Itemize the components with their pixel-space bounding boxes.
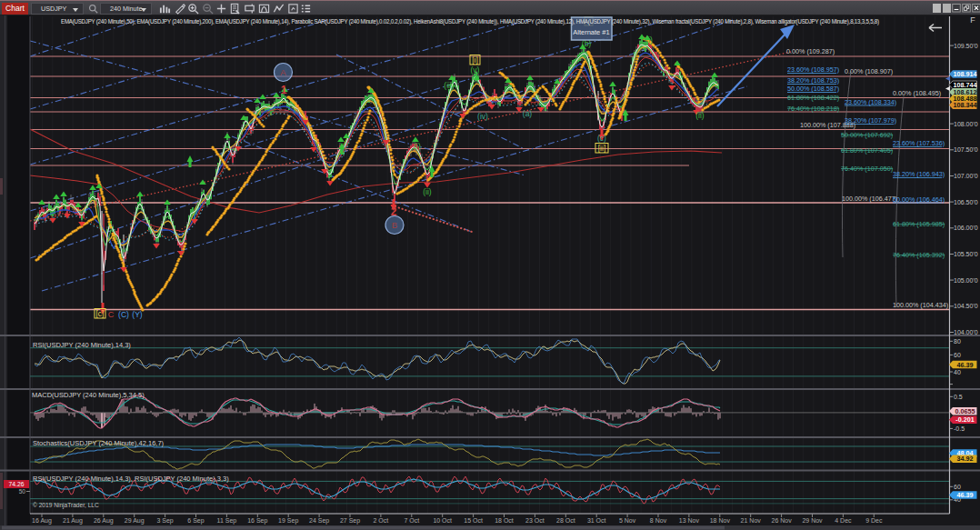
svg-text:80: 80 <box>954 338 961 345</box>
svg-text:2 Oct: 2 Oct <box>374 517 389 524</box>
svg-text:29 Nov: 29 Nov <box>802 517 823 524</box>
svg-text:13 Nov: 13 Nov <box>679 517 700 524</box>
svg-text:6 Sep: 6 Sep <box>187 517 204 525</box>
svg-text:74.26: 74.26 <box>8 481 24 487</box>
svg-text:46.39: 46.39 <box>957 361 974 369</box>
svg-text:23.60% (108.957): 23.60% (108.957) <box>787 65 839 74</box>
svg-text:40: 40 <box>954 369 961 375</box>
svg-text:18 Oct: 18 Oct <box>495 517 514 524</box>
svg-text:104.00'0: 104.00'0 <box>954 329 978 335</box>
svg-text:108.344: 108.344 <box>954 101 977 109</box>
svg-text:100.00% (104.434): 100.00% (104.434) <box>893 301 948 309</box>
svg-text:(v): (v) <box>471 65 480 75</box>
svg-text:106.50'0: 106.50'0 <box>954 199 978 205</box>
svg-text:50.00% (108.587): 50.00% (108.587) <box>787 85 839 93</box>
svg-text:28 Oct: 28 Oct <box>556 517 575 524</box>
svg-text:26 Nov: 26 Nov <box>772 517 793 524</box>
svg-text:61.80% (108.422): 61.80% (108.422) <box>787 94 839 102</box>
svg-text:(i): (i) <box>414 142 421 151</box>
svg-text:MACD(USDJPY (240 Minute),5,34,: MACD(USDJPY (240 Minute),5,34,5) <box>32 391 145 399</box>
svg-text:19 Sep: 19 Sep <box>278 517 298 525</box>
svg-text:108.914: 108.914 <box>954 70 977 78</box>
svg-text:15 Oct: 15 Oct <box>464 517 483 524</box>
svg-text:23.60% (107.536): 23.60% (107.536) <box>893 139 945 147</box>
svg-text:9 Dec: 9 Dec <box>865 517 883 524</box>
svg-text:31 Oct: 31 Oct <box>587 517 606 524</box>
svg-text:50.00% (107.692): 50.00% (107.692) <box>841 131 893 139</box>
svg-text:(a): (a) <box>523 109 533 118</box>
svg-text:0.00% (108.907): 0.00% (108.907) <box>845 67 893 75</box>
svg-text:A: A <box>280 67 286 77</box>
svg-text:24 Sep: 24 Sep <box>309 517 329 525</box>
svg-text:46.39: 46.39 <box>957 491 974 499</box>
svg-text:109.50'0: 109.50'0 <box>954 43 978 49</box>
svg-text:RSI(USDJPY (240 Minute),14,3),: RSI(USDJPY (240 Minute),14,3), RSI(USDJP… <box>33 475 229 483</box>
svg-text:5 Nov: 5 Nov <box>619 517 636 524</box>
svg-text:100.00% (106.477): 100.00% (106.477) <box>842 195 897 203</box>
svg-text:104.50'0: 104.50'0 <box>954 303 978 309</box>
svg-text:0.0655: 0.0655 <box>955 407 975 415</box>
svg-text:F: F <box>970 15 975 25</box>
svg-text:38.20% (107.979): 38.20% (107.979) <box>845 116 896 125</box>
svg-text:B: B <box>392 220 397 230</box>
svg-text:16 Aug: 16 Aug <box>32 517 52 525</box>
svg-text:RSI(USDJPY (240 Minute),14,3): RSI(USDJPY (240 Minute),14,3) <box>33 341 131 349</box>
svg-text:27 Sep: 27 Sep <box>340 517 360 525</box>
svg-text:3 Sep: 3 Sep <box>156 517 173 525</box>
svg-text:50: 50 <box>19 488 26 495</box>
svg-text:108.00'0: 108.00'0 <box>954 121 978 127</box>
svg-text:106.00'0: 106.00'0 <box>954 225 978 231</box>
svg-text:0.5: 0.5 <box>954 394 963 400</box>
svg-text:© 2019 NinjaTrader, LLC: © 2019 NinjaTrader, LLC <box>33 502 99 509</box>
svg-text:(ii): (ii) <box>423 187 432 196</box>
svg-text:4 Dec: 4 Dec <box>835 517 852 524</box>
svg-text:0.00% (109.287): 0.00% (109.287) <box>786 47 835 55</box>
svg-text:23 Oct: 23 Oct <box>525 517 545 524</box>
svg-text:(c): (c) <box>597 134 606 143</box>
svg-text:60: 60 <box>954 352 961 358</box>
svg-text:38.20% (106.943): 38.20% (106.943) <box>893 170 945 178</box>
svg-text:10 Oct: 10 Oct <box>433 517 452 524</box>
svg-text:C: C <box>108 310 115 319</box>
svg-text:76.40% (107.050): 76.40% (107.050) <box>841 165 893 173</box>
svg-text:107.50'0: 107.50'0 <box>954 146 978 153</box>
svg-text:0.00% (108.495): 0.00% (108.495) <box>893 89 941 97</box>
svg-text:76.40% (105.392): 76.40% (105.392) <box>893 251 945 259</box>
svg-text:38.20% (108.753): 38.20% (108.753) <box>787 76 839 85</box>
svg-text:(ii): (ii) <box>695 111 705 120</box>
svg-text:-0.5: -0.5 <box>954 425 965 432</box>
svg-text:105.50'0: 105.50'0 <box>954 251 978 257</box>
svg-text:34.92: 34.92 <box>957 455 974 463</box>
svg-text:Stochastics(USDJPY (240 Minute: Stochastics(USDJPY (240 Minute),42,16,7) <box>33 439 165 447</box>
svg-text:107.00'0: 107.00'0 <box>954 173 978 179</box>
svg-text:29 Aug: 29 Aug <box>125 517 145 525</box>
svg-text:7 Oct: 7 Oct <box>404 517 419 524</box>
svg-text:76.40% (108.218): 76.40% (108.218) <box>787 105 839 113</box>
svg-text:(Y): (Y) <box>132 310 143 319</box>
svg-text:18 Nov: 18 Nov <box>710 517 731 524</box>
svg-text:23.60% (108.334): 23.60% (108.334) <box>845 98 896 106</box>
svg-text:61.80% (105.985): 61.80% (105.985) <box>893 220 945 228</box>
svg-text:11 Sep: 11 Sep <box>217 517 237 525</box>
svg-text:Alternate #1: Alternate #1 <box>573 28 609 36</box>
svg-text:50.00% (106.464): 50.00% (106.464) <box>893 195 945 204</box>
svg-text:1: 1 <box>281 84 287 96</box>
svg-text:(i): (i) <box>645 35 653 45</box>
svg-text:2: 2 <box>391 205 397 218</box>
svg-text:61.80% (107.405): 61.80% (107.405) <box>841 146 893 155</box>
svg-text:105.00'0: 105.00'0 <box>954 277 978 284</box>
svg-text:(iv): (iv) <box>477 112 488 121</box>
svg-text:21 Aug: 21 Aug <box>63 517 83 525</box>
svg-text:21 Nov: 21 Nov <box>741 517 762 524</box>
svg-text:[c]: [c] <box>96 309 105 318</box>
svg-text:-0.201: -0.201 <box>955 415 974 424</box>
svg-text:26 Aug: 26 Aug <box>94 517 114 525</box>
svg-text:[i]: [i] <box>472 55 478 65</box>
svg-text:(iii): (iii) <box>444 81 454 90</box>
svg-text:8 Nov: 8 Nov <box>650 517 667 524</box>
svg-text:16 Sep: 16 Sep <box>247 517 267 525</box>
svg-text:[ii]: [ii] <box>598 144 606 153</box>
svg-text:(C): (C) <box>118 310 129 319</box>
svg-text:60: 60 <box>954 484 961 490</box>
